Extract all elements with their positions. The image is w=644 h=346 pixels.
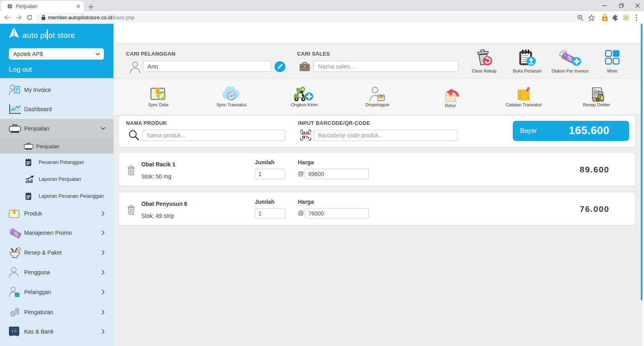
svg-text:a: a <box>604 17 606 21</box>
